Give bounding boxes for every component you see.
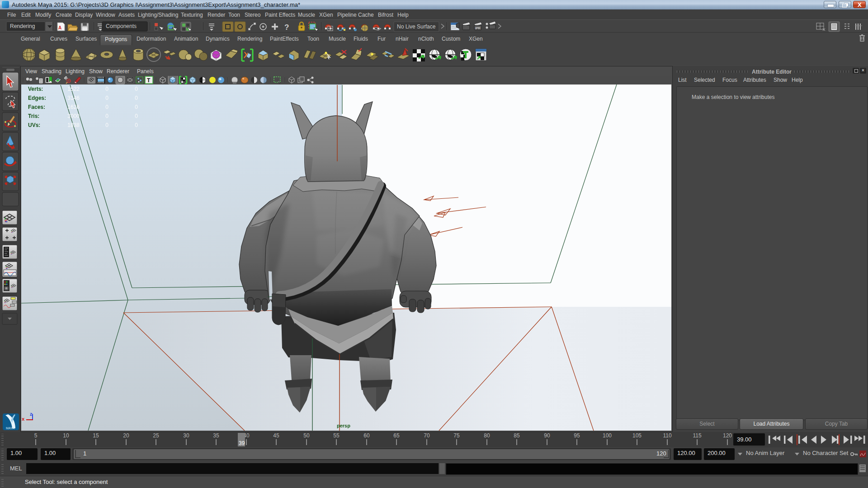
svg-text:50: 50 xyxy=(303,432,310,439)
svg-text:65: 65 xyxy=(393,432,400,439)
svg-text:A: A xyxy=(58,25,61,30)
svg-text:20: 20 xyxy=(123,432,129,439)
svg-text:100: 100 xyxy=(603,432,612,439)
svg-text:Components: Components xyxy=(106,23,137,29)
svg-text:No Live Surface: No Live Surface xyxy=(397,23,436,30)
svg-text:70: 70 xyxy=(424,432,430,439)
svg-text:IPR: IPR xyxy=(475,27,481,30)
svg-text:85: 85 xyxy=(514,432,520,439)
svg-text:10: 10 xyxy=(63,432,69,439)
svg-text:95: 95 xyxy=(574,432,580,439)
svg-text:Rendering: Rendering xyxy=(10,23,35,29)
svg-text:90: 90 xyxy=(544,432,550,439)
svg-text:80: 80 xyxy=(484,432,490,439)
svg-text:75: 75 xyxy=(453,432,460,439)
svg-text:?: ? xyxy=(284,23,289,32)
svg-text:110: 110 xyxy=(663,432,671,439)
svg-text:45: 45 xyxy=(273,432,279,439)
svg-text:MAYA: MAYA xyxy=(6,427,14,430)
svg-text:25: 25 xyxy=(153,432,159,439)
svg-text:105: 105 xyxy=(632,432,642,439)
svg-text:x: x xyxy=(22,416,25,422)
svg-text:15: 15 xyxy=(93,432,99,439)
svg-text:55: 55 xyxy=(333,432,340,439)
svg-text:35: 35 xyxy=(213,432,219,439)
svg-text:60: 60 xyxy=(363,432,370,439)
svg-text:T: T xyxy=(147,77,151,84)
svg-text:30: 30 xyxy=(183,432,189,439)
svg-text:5: 5 xyxy=(34,432,38,439)
svg-text:39: 39 xyxy=(239,440,245,446)
svg-text:persp: persp xyxy=(337,423,350,428)
svg-text:115: 115 xyxy=(693,432,701,439)
svg-text:39.00: 39.00 xyxy=(737,436,752,443)
svg-text:120: 120 xyxy=(723,432,732,439)
